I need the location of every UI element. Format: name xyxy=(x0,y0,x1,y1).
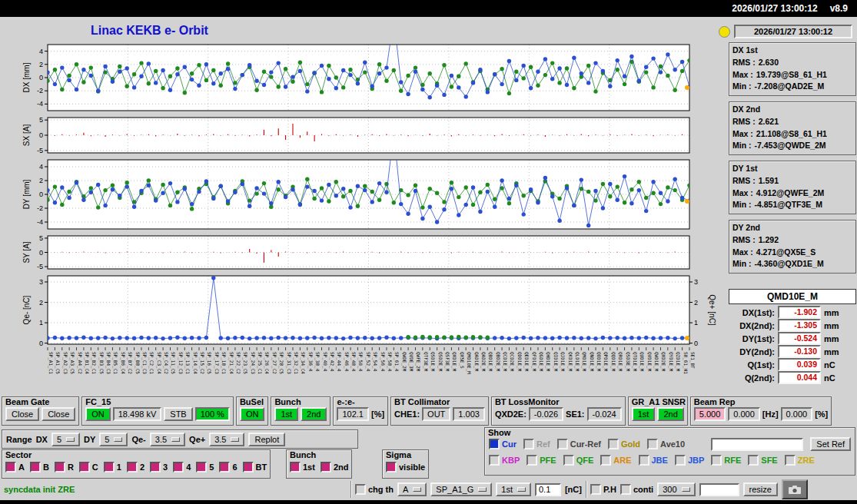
svg-text:QTD1E_M: QTD1E_M xyxy=(632,352,638,372)
sector-4-checkbox[interactable] xyxy=(173,462,184,472)
beam-gate-close-button-2[interactable]: Close xyxy=(42,407,75,421)
threshold-input[interactable] xyxy=(535,483,561,496)
sector-1-checkbox[interactable] xyxy=(104,462,115,472)
show-jbp-item[interactable]: JBP xyxy=(675,455,704,466)
bunch-1st-button[interactable]: 1st xyxy=(274,407,298,421)
range-dy-dropdown[interactable]: 5 xyxy=(99,433,128,446)
show-pfe-item[interactable]: PFE xyxy=(526,455,556,466)
show-qfe-checkbox[interactable] xyxy=(563,455,574,466)
bunch-select-dropdown[interactable]: 1st xyxy=(496,482,531,496)
sector-item-r[interactable]: R xyxy=(55,462,74,472)
show-ave10-checkbox[interactable] xyxy=(647,439,658,449)
replot-button[interactable]: Replot xyxy=(248,433,285,446)
show-sfe-item[interactable]: SFE xyxy=(748,455,777,466)
sector-r-checkbox[interactable] xyxy=(55,462,65,472)
show-zre-checkbox[interactable] xyxy=(785,455,796,466)
range-dx-dropdown[interactable]: 5 xyxy=(51,433,80,446)
aux-input[interactable] xyxy=(699,483,739,496)
svg-text:Qe+ [nC]: Qe+ [nC] xyxy=(708,294,716,326)
sector-b-checkbox[interactable] xyxy=(30,462,41,472)
sector-bt-checkbox[interactable] xyxy=(243,462,254,472)
sector-item-2[interactable]: 2 xyxy=(127,462,144,472)
sector-item-a[interactable]: A xyxy=(5,462,25,472)
show-are-checkbox[interactable] xyxy=(600,455,611,466)
sector-item-b[interactable]: B xyxy=(30,462,49,472)
ee-ratio-unit: [%] xyxy=(371,410,384,419)
bunch-2nd-button[interactable]: 2nd xyxy=(301,407,327,421)
bunch-2nd-item[interactable]: 2nd xyxy=(321,462,349,472)
range-qem-dropdown[interactable]: 3.5 xyxy=(150,433,185,446)
sector-item-bt[interactable]: BT xyxy=(243,462,267,472)
ph-checkbox[interactable] xyxy=(590,484,601,495)
chg-th-item[interactable]: chg th xyxy=(355,484,394,495)
bunch-1st-item[interactable]: 1st xyxy=(290,462,315,472)
show-cur-checkbox[interactable] xyxy=(489,439,500,449)
conti-checkbox[interactable] xyxy=(620,484,631,495)
resize-button[interactable]: resize xyxy=(743,482,778,496)
fc15-stb-button[interactable]: STB xyxy=(164,407,192,421)
group-title: Show xyxy=(488,428,510,437)
range-qep-dropdown[interactable]: 3.5 xyxy=(209,433,244,446)
sector-2-checkbox[interactable] xyxy=(127,462,138,472)
show-gold-item[interactable]: Gold xyxy=(608,439,640,449)
monitor-select-dropdown[interactable]: SP_A1_G xyxy=(430,482,492,496)
sigma-visible-item[interactable]: visible xyxy=(386,462,425,472)
status-bar: syncdata init ZRE chg th A SP_A1_G 1st [… xyxy=(0,479,857,500)
show-sfe-checkbox[interactable] xyxy=(748,455,759,466)
show-are-item[interactable]: ARE xyxy=(600,455,631,466)
chg-th-checkbox[interactable] xyxy=(355,484,366,495)
busel-on-button[interactable]: ON xyxy=(240,407,265,421)
dy-1st-statbox: DY 1st RMS :1.591 Max :4.912@QWFE_2M Min… xyxy=(729,161,856,214)
show-ref-item[interactable]: Ref xyxy=(523,439,550,449)
show-gold-checkbox[interactable] xyxy=(608,439,619,449)
conti-item[interactable]: conti xyxy=(620,484,653,495)
show-cur-ref-checkbox[interactable] xyxy=(557,439,568,449)
interval-dropdown[interactable]: 300 xyxy=(657,482,695,496)
show-jbp-checkbox[interactable] xyxy=(675,455,686,466)
sector-6-checkbox[interactable] xyxy=(219,462,230,472)
show-jbe-item[interactable]: JBE xyxy=(639,455,668,466)
sector-item-6[interactable]: 6 xyxy=(219,462,237,472)
show-cur-ref-item[interactable]: Cur-Ref xyxy=(557,439,601,449)
sector-item-c[interactable]: C xyxy=(79,462,98,472)
sector-a-checkbox[interactable] xyxy=(5,462,16,472)
sector-item-4[interactable]: 4 xyxy=(173,462,191,472)
ph-item[interactable]: P.H xyxy=(590,484,616,495)
show-rfe-checkbox[interactable] xyxy=(711,455,722,466)
show-kbp-checkbox[interactable] xyxy=(489,455,500,466)
sigma-visible-checkbox[interactable] xyxy=(386,462,397,472)
show-ref-checkbox[interactable] xyxy=(523,439,534,449)
bunch-1st-checkbox[interactable] xyxy=(290,462,301,472)
screenshot-button[interactable] xyxy=(782,479,808,499)
snsr-2nd-button[interactable]: 2nd xyxy=(657,407,683,421)
monitor-row-value: -0.130 xyxy=(778,345,821,358)
show-zre-item[interactable]: ZRE xyxy=(785,455,815,466)
sector-item-5[interactable]: 5 xyxy=(196,462,214,472)
min-value: -4.851@QTF3E_M xyxy=(755,199,822,211)
fc15-on-button[interactable]: ON xyxy=(85,407,111,421)
bunch-2nd-checkbox[interactable] xyxy=(321,462,331,472)
interval-value: 300 xyxy=(663,485,676,494)
fc15-kv-display: 18.498 kV xyxy=(113,407,162,421)
show-jbe-checkbox[interactable] xyxy=(639,455,649,466)
show-ave10-item[interactable]: Ave10 xyxy=(647,439,685,449)
monitor-row-label: DY(2nd): xyxy=(729,347,775,356)
sector-item-3[interactable]: 3 xyxy=(150,462,168,472)
sector-3-checkbox[interactable] xyxy=(150,462,161,472)
beam-gate-close-button-1[interactable]: Close xyxy=(5,407,39,421)
snsr-1st-button[interactable]: 1st xyxy=(632,407,656,421)
sector-c-checkbox[interactable] xyxy=(79,462,90,472)
show-pfe-checkbox[interactable] xyxy=(526,455,537,466)
show-qfe-item[interactable]: QFE xyxy=(563,455,594,466)
show-cur-item[interactable]: Cur xyxy=(489,439,517,449)
ref-file-input[interactable] xyxy=(711,438,803,451)
show-kbp-item[interactable]: KBP xyxy=(489,455,520,466)
sector-item-1[interactable]: 1 xyxy=(104,462,121,472)
range-dy-label: DY xyxy=(84,435,95,444)
sector-5-checkbox[interactable] xyxy=(196,462,207,472)
monitor-row-unit: nC xyxy=(824,360,856,370)
sector-select-dropdown[interactable]: A xyxy=(397,482,427,496)
set-ref-button[interactable]: Set Ref xyxy=(810,437,851,451)
group-title: Sigma xyxy=(386,450,411,459)
show-rfe-item[interactable]: RFE xyxy=(711,455,741,466)
